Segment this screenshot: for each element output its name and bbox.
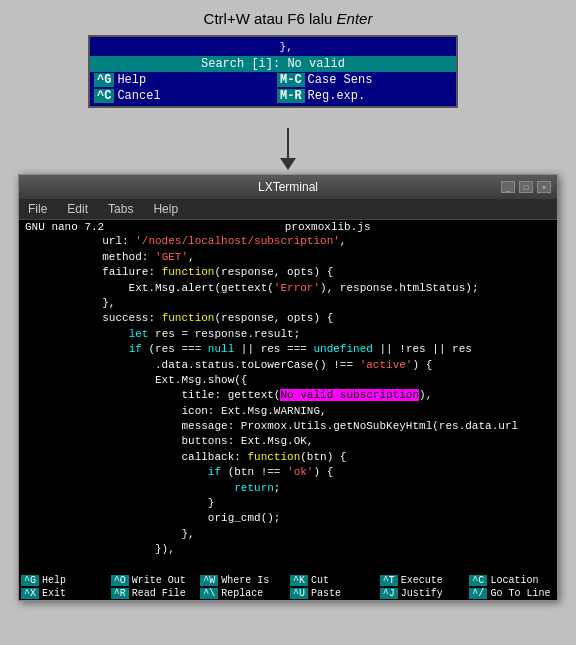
maximize-button[interactable]: □ (519, 181, 533, 193)
code-line-6: success: function(response, opts) { (23, 311, 553, 326)
close-button[interactable]: × (537, 181, 551, 193)
nano-editor: GNU nano 7.2 proxmoxlib.js url: '/nodes/… (19, 220, 557, 600)
shortcut-gotoline: ^/ Go To Line (467, 587, 557, 600)
instruction-text: Ctrl+W atau F6 lalu Enter (88, 10, 488, 27)
nano-label-help: Help (117, 73, 146, 87)
code-line-8: if (res === null || res === undefined ||… (23, 342, 553, 357)
sc-key-w: ^W (200, 575, 218, 586)
nano-code-line: }, (90, 39, 456, 56)
shortcut-paste: ^U Paste (288, 587, 378, 600)
menu-edit[interactable]: Edit (64, 201, 91, 217)
nano-menu-help: ^G Help (90, 72, 273, 88)
sc-label-whereis: Where Is (221, 575, 269, 586)
sc-label-writeout: Write Out (132, 575, 186, 586)
sc-key-j: ^J (380, 588, 398, 599)
code-line-1: url: '/nodes/localhost/subscription', (23, 234, 553, 249)
sc-label-gotoline: Go To Line (490, 588, 550, 599)
sc-key-c: ^C (469, 575, 487, 586)
nano-menu-casesens: M-C Case Sens (273, 72, 456, 88)
sc-key-r: ^R (111, 588, 129, 599)
shortcut-replace: ^\ Replace (198, 587, 288, 600)
sc-label-execute: Execute (401, 575, 443, 586)
nano-shortcuts: ^G Help ^O Write Out ^W Where Is ^K Cut … (19, 574, 557, 600)
code-line-5: }, (23, 296, 553, 311)
sc-label-replace: Replace (221, 588, 263, 599)
sc-key-u: ^U (290, 588, 308, 599)
nano-editor-header: GNU nano 7.2 proxmoxlib.js (19, 220, 557, 234)
nano-filename: proxmoxlib.js (104, 221, 551, 233)
sc-label-justify: Justify (401, 588, 443, 599)
code-line-19: orig_cmd(); (23, 511, 553, 526)
arrow-indicator (280, 128, 296, 170)
arrow-container (88, 128, 488, 170)
code-line-3: failure: function(response, opts) { (23, 265, 553, 280)
nano-search-bar: Search [i]: No valid (90, 56, 456, 72)
menu-file[interactable]: File (25, 201, 50, 217)
shortcut-location: ^C Location (467, 574, 557, 587)
menu-help[interactable]: Help (150, 201, 181, 217)
window-title: LXTerminal (75, 180, 501, 194)
sc-label-help: Help (42, 575, 66, 586)
code-line-15: callback: function(btn) { (23, 450, 553, 465)
nano-label-cancel: Cancel (117, 89, 160, 103)
sc-label-cut: Cut (311, 575, 329, 586)
lxterminal-window: LXTerminal _ □ × File Edit Tabs Help GNU… (18, 174, 558, 601)
nano-label-casesens: Case Sens (308, 73, 373, 87)
nano-shortcut-row-2: ^X Exit ^R Read File ^\ Replace ^U Paste… (19, 587, 557, 600)
shortcut-help: ^G Help (19, 574, 109, 587)
menubar: File Edit Tabs Help (19, 199, 557, 220)
nano-menu-regexp: M-R Reg.exp. (273, 88, 456, 104)
nano-key-c: ^C (94, 89, 114, 103)
code-line-7: let res = response.result; (23, 327, 553, 342)
arrow-line (287, 128, 289, 158)
code-line-9: .data.status.toLowerCase() !== 'active')… (23, 358, 553, 373)
titlebar: LXTerminal _ □ × (19, 175, 557, 199)
code-line-18: } (23, 496, 553, 511)
shortcut-exit: ^X Exit (19, 587, 109, 600)
nano-key-g: ^G (94, 73, 114, 87)
nano-code-content: url: '/nodes/localhost/subscription', me… (19, 234, 557, 574)
sc-key-g: ^G (21, 575, 39, 586)
nano-version: GNU nano 7.2 (25, 221, 104, 233)
code-line-12: icon: Ext.Msg.WARNING, (23, 404, 553, 419)
window-controls[interactable]: _ □ × (501, 181, 551, 193)
instruction-italic: Enter (337, 10, 373, 27)
code-line-10: Ext.Msg.show({ (23, 373, 553, 388)
nano-menu-row-2: ^C Cancel M-R Reg.exp. (90, 88, 456, 104)
nano-shortcut-row-1: ^G Help ^O Write Out ^W Where Is ^K Cut … (19, 574, 557, 587)
nano-label-regexp: Reg.exp. (308, 89, 366, 103)
code-line-17: return; (23, 481, 553, 496)
nano-menu-cancel: ^C Cancel (90, 88, 273, 104)
code-line-13: message: Proxmox.Utils.getNoSubKeyHtml(r… (23, 419, 553, 434)
nano-key-mr: M-R (277, 89, 305, 103)
nano-key-mc: M-C (277, 73, 305, 87)
arrow-head (280, 158, 296, 170)
nano-screenshot: }, Search [i]: No valid ^G Help M-C Case… (88, 35, 458, 108)
nano-menu-row-1: ^G Help M-C Case Sens (90, 72, 456, 88)
sc-label-paste: Paste (311, 588, 341, 599)
shortcut-cut: ^K Cut (288, 574, 378, 587)
shortcut-whereis: ^W Where Is (198, 574, 288, 587)
minimize-button[interactable]: _ (501, 181, 515, 193)
sc-label-readfile: Read File (132, 588, 186, 599)
code-line-14: buttons: Ext.Msg.OK, (23, 434, 553, 449)
code-line-20: }, (23, 527, 553, 542)
shortcut-writeout: ^O Write Out (109, 574, 199, 587)
sc-key-o: ^O (111, 575, 129, 586)
instruction-before: Ctrl+W atau F6 lalu (204, 10, 337, 27)
sc-key-backslash: ^\ (200, 588, 218, 599)
sc-label-location: Location (490, 575, 538, 586)
code-line-11: title: gettext(No valid subscription), (23, 388, 553, 403)
code-line-21: }), (23, 542, 553, 557)
sc-key-x: ^X (21, 588, 39, 599)
code-line-16: if (btn !== 'ok') { (23, 465, 553, 480)
shortcut-readfile: ^R Read File (109, 587, 199, 600)
menu-tabs[interactable]: Tabs (105, 201, 136, 217)
code-line-2: method: 'GET', (23, 250, 553, 265)
sc-label-exit: Exit (42, 588, 66, 599)
sc-key-k: ^K (290, 575, 308, 586)
shortcut-justify: ^J Justify (378, 587, 468, 600)
instruction-area: Ctrl+W atau F6 lalu Enter }, Search [i]:… (88, 10, 488, 114)
shortcut-execute: ^T Execute (378, 574, 468, 587)
sc-key-slash: ^/ (469, 588, 487, 599)
